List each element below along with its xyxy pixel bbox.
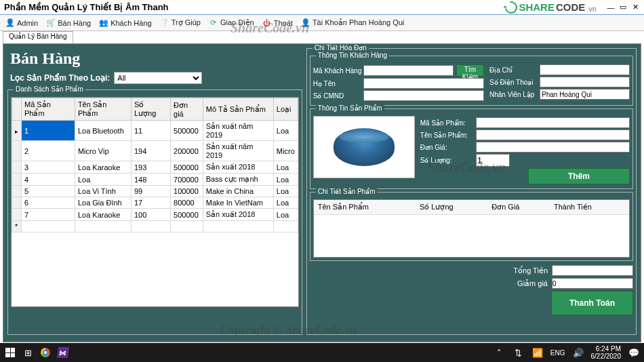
detail-box: Chi Tiết Sản Phẩm Tên Sản Phẩm Số Lượng … — [310, 192, 633, 261]
menu-customers[interactable]: 👥Khách Hàng — [99, 18, 152, 28]
table-row[interactable]: 7Loa Karaoke100500000Sản xuất 2018Loa — [12, 209, 298, 221]
search-button[interactable]: Tìm Kiếm — [456, 64, 484, 77]
minimize-button[interactable]: — — [606, 3, 616, 12]
page-title: Bán Hàng — [10, 49, 300, 68]
recycle-icon — [503, 0, 520, 16]
new-row[interactable] — [12, 221, 298, 233]
tab-sales-management[interactable]: Quản Lý Bán Hàng — [3, 31, 73, 43]
customer-name-input[interactable] — [363, 78, 484, 89]
product-info-box: Thông Tin Sản Phẩm Mã Sản Phẩm: Tên Sản … — [310, 108, 633, 189]
help-icon: ❔ — [160, 18, 169, 28]
filter-select[interactable]: All — [114, 72, 202, 84]
product-image — [313, 116, 415, 178]
col-loai[interactable]: Loại — [273, 98, 298, 121]
cart-icon: 🛒 — [46, 18, 56, 28]
table-row[interactable]: 1Loa Bluetooth11500000Sản xuất năm 2019L… — [12, 121, 298, 141]
account-icon: 👤 — [301, 18, 310, 28]
totals: Tổng Tiền Giảm giá Thanh Toán — [310, 265, 633, 315]
clock[interactable]: 6:24 PM6/22/2020 — [591, 345, 622, 360]
menu-bar: 👤Admin 🛒Bán Hàng 👥Khách Hàng ❔Trợ Giúp ⟳… — [0, 15, 644, 31]
title-bar: Phần Mềm Quản Lý Thiết Bị Âm Thanh SHARE… — [0, 0, 644, 15]
discount-stepper[interactable] — [552, 278, 633, 289]
users-icon: 👥 — [99, 18, 108, 28]
col-gia[interactable]: Đơn giá — [171, 98, 203, 121]
sharecode-logo: SHARECODE.vn — [505, 1, 597, 14]
window-title: Phần Mềm Quản Lý Thiết Bị Âm Thanh — [4, 2, 169, 12]
add-button[interactable]: Thêm — [528, 168, 630, 184]
task-view-icon[interactable]: ⊞ — [22, 346, 34, 359]
menu-admin[interactable]: 👤Admin — [5, 18, 38, 28]
col-ten[interactable]: Tên Sản Phẩm — [75, 98, 131, 121]
notifications-icon[interactable]: 💬 — [628, 346, 640, 359]
detail-grid[interactable]: Tên Sản Phẩm Số Lượng Đơn Giá Thành Tiền — [313, 199, 630, 258]
refresh-icon: ⟳ — [209, 18, 218, 28]
col-sl[interactable]: Số Lượng — [131, 98, 170, 121]
speaker-icon — [334, 128, 395, 166]
volume-icon[interactable]: 🔊 — [572, 346, 584, 359]
product-list-box: Danh Sách Sản Phẩm Mã Sản Phẩm Tên Sản P… — [7, 89, 302, 335]
tray-up-icon[interactable]: ˄ — [494, 346, 506, 359]
col-mota[interactable]: Mô Tả Sản Phẩm — [203, 98, 273, 121]
customer-address-input[interactable] — [540, 64, 630, 75]
total-input[interactable] — [552, 265, 633, 276]
power-icon: ⏻ — [262, 18, 272, 28]
taskbar: ⊞ ⋈ ˄ ⇅ 📶 ENG 🔊 6:24 PM6/22/2020 💬 — [0, 343, 644, 362]
customer-id-input[interactable] — [363, 65, 454, 76]
product-grid[interactable]: Mã Sản Phẩm Tên Sản Phẩm Số Lượng Đơn gi… — [11, 97, 299, 307]
tab-strip: Quản Lý Bán Hàng — [0, 31, 644, 43]
menu-sales[interactable]: 🛒Bán Hàng — [46, 18, 91, 28]
user-icon: 👤 — [5, 18, 15, 28]
pay-button[interactable]: Thanh Toán — [551, 291, 633, 315]
menu-interface[interactable]: ⟳Giao Diện — [209, 18, 254, 28]
menu-exit[interactable]: ⏻Thoát — [262, 18, 293, 28]
menu-account[interactable]: 👤Tài Khoản Phan Hoàng Qui — [301, 18, 404, 28]
product-name-input[interactable] — [476, 129, 630, 140]
staff-input[interactable] — [540, 89, 630, 100]
invoice-box: Chi Tiết Hóa Đơn Thông Tin Khách Hàng Mã… — [306, 48, 637, 335]
product-price-input[interactable] — [476, 142, 630, 153]
network-icon[interactable]: ⇅ — [512, 346, 525, 359]
customer-idnum-input[interactable] — [363, 90, 484, 101]
table-row[interactable]: 2Micro Vip194200000Sản xuất năm 2019Micr… — [12, 141, 298, 161]
table-row[interactable]: 4Loa148700000Bass cực mạnhLoa — [12, 174, 298, 186]
product-id-input[interactable] — [476, 117, 630, 128]
col-ma[interactable]: Mã Sản Phẩm — [22, 98, 75, 121]
maximize-button[interactable]: ▭ — [618, 3, 628, 12]
customer-box: Thông Tin Khách Hàng Mã Khách HàngTìm Ki… — [310, 56, 633, 106]
table-row[interactable]: 5Loa Vi Tính99100000Make in ChinaLoa — [12, 186, 298, 197]
close-button[interactable]: ✕ — [630, 3, 640, 12]
menu-help[interactable]: ❔Trợ Giúp — [160, 18, 201, 28]
filter-label: Lọc Sản Phẩm Theo Loại: — [10, 73, 110, 83]
table-row[interactable]: 3Loa Karaoke193500000Sản xuất 2018Loa — [12, 161, 298, 174]
wifi-icon[interactable]: 📶 — [531, 346, 544, 359]
chrome-icon[interactable] — [39, 346, 52, 359]
table-row[interactable]: 6Loa Gia Đình1780000Make In VietNamLoa — [12, 197, 298, 209]
lang-indicator[interactable]: ENG — [550, 349, 565, 357]
product-qty-stepper[interactable] — [476, 154, 510, 167]
customer-phone-input[interactable] — [540, 77, 630, 87]
visual-studio-icon[interactable]: ⋈ — [57, 346, 69, 359]
main-content: Bán Hàng Lọc Sản Phẩm Theo Loại: All Dan… — [3, 43, 641, 342]
start-button[interactable] — [4, 346, 16, 359]
